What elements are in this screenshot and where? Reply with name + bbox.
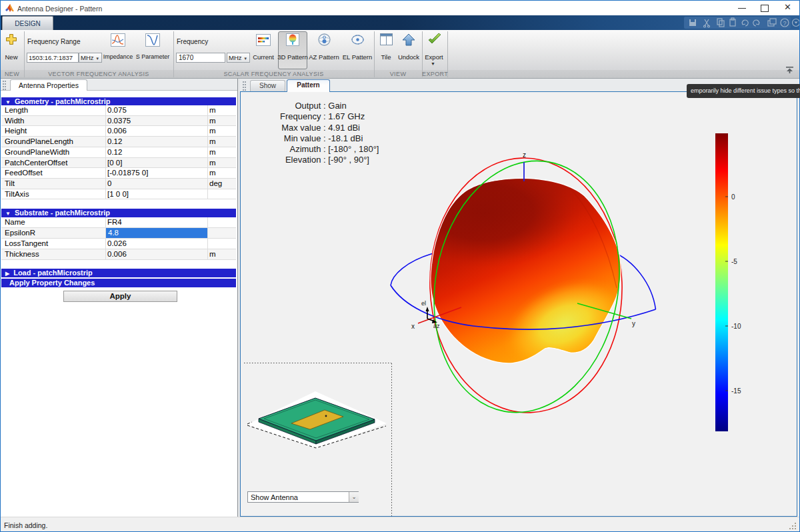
svg-text:el: el <box>421 300 426 307</box>
svg-text:0: 0 <box>731 193 735 201</box>
svg-text:y: y <box>632 320 635 327</box>
svg-text:-10: -10 <box>731 323 741 330</box>
svg-text:-5: -5 <box>731 258 737 265</box>
svg-text:-15: -15 <box>731 387 741 395</box>
svg-text:?: ? <box>783 20 786 27</box>
svg-text:z: z <box>523 151 526 159</box>
svg-text:x: x <box>411 323 415 330</box>
svg-text:az: az <box>433 323 440 329</box>
